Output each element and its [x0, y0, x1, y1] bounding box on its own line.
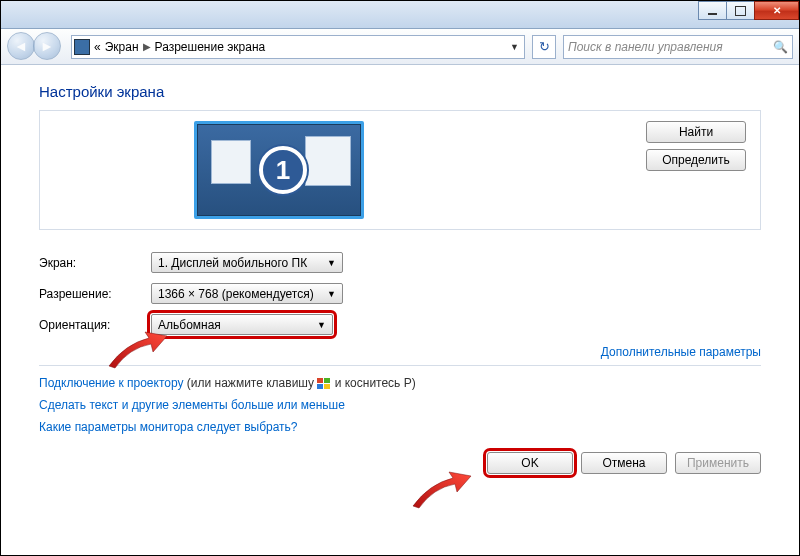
control-panel-icon	[74, 39, 90, 55]
refresh-button[interactable]: ↻	[532, 35, 556, 59]
nav-back-forward: ◄ ►	[7, 32, 67, 62]
textsize-line: Сделать текст и другие элементы больше и…	[39, 398, 761, 412]
chevron-down-icon: ▼	[327, 258, 336, 268]
advanced-params-link[interactable]: Дополнительные параметры	[601, 345, 761, 359]
minimize-button[interactable]	[698, 1, 727, 20]
monitor-number-badge: 1	[259, 146, 307, 194]
orientation-value: Альбомная	[158, 318, 221, 332]
navigation-bar: ◄ ► « Экран ▶ Разрешение экрана ▼ ↻ Поис…	[1, 29, 799, 65]
find-button[interactable]: Найти	[646, 121, 746, 143]
chevron-down-icon: ▼	[317, 320, 326, 330]
breadcrumb-item-display[interactable]: Экран	[105, 40, 139, 54]
window-titlebar: ✕	[1, 1, 799, 29]
display-value: 1. Дисплей мобильного ПК	[158, 256, 307, 270]
row-orientation: Ориентация: Альбомная ▼	[39, 314, 761, 335]
advanced-params-row: Дополнительные параметры	[39, 345, 761, 359]
row-resolution: Разрешение: 1366 × 768 (рекомендуется) ▼	[39, 283, 761, 304]
content-area: Настройки экрана 1 Найти Определить Экра…	[1, 65, 799, 486]
annotation-arrow-icon	[409, 470, 473, 510]
search-placeholder: Поиск в панели управления	[568, 40, 723, 54]
divider	[39, 365, 761, 366]
projector-link[interactable]: Подключение к проектору	[39, 376, 184, 390]
footer-buttons: OK Отмена Применить	[39, 452, 761, 474]
address-dropdown-icon[interactable]: ▼	[507, 42, 522, 52]
ok-button[interactable]: OK	[487, 452, 573, 474]
settings-form: Экран: 1. Дисплей мобильного ПК ▼ Разреш…	[39, 252, 761, 335]
resolution-combo[interactable]: 1366 × 768 (рекомендуется) ▼	[151, 283, 343, 304]
resolution-label: Разрешение:	[39, 287, 151, 301]
row-display: Экран: 1. Дисплей мобильного ПК ▼	[39, 252, 761, 273]
resolution-value: 1366 × 768 (рекомендуется)	[158, 287, 314, 301]
projector-text-b: и коснитесь P)	[331, 376, 415, 390]
orientation-combo[interactable]: Альбомная ▼	[151, 314, 333, 335]
breadcrumb-item-resolution[interactable]: Разрешение экрана	[155, 40, 266, 54]
chevron-right-icon: ▶	[143, 41, 151, 52]
preview-window-icon	[211, 140, 251, 184]
windows-key-icon	[317, 378, 331, 390]
search-input[interactable]: Поиск в панели управления 🔍	[563, 35, 793, 59]
monitor-preview[interactable]: 1	[194, 121, 364, 219]
projector-text-a: (или нажмите клавишу	[184, 376, 318, 390]
display-label: Экран:	[39, 256, 151, 270]
cancel-button[interactable]: Отмена	[581, 452, 667, 474]
monitor-preview-row: 1 Найти Определить	[39, 110, 761, 230]
chevron-down-icon: ▼	[327, 289, 336, 299]
page-title: Настройки экрана	[39, 83, 761, 100]
close-button[interactable]: ✕	[754, 1, 799, 20]
which-monitor-line: Какие параметры монитора следует выбрать…	[39, 420, 761, 434]
textsize-link[interactable]: Сделать текст и другие элементы больше и…	[39, 398, 345, 412]
preview-window-icon	[305, 136, 351, 186]
apply-button[interactable]: Применить	[675, 452, 761, 474]
search-icon: 🔍	[773, 40, 788, 54]
maximize-button[interactable]	[726, 1, 755, 20]
detect-button[interactable]: Определить	[646, 149, 746, 171]
address-bar[interactable]: « Экран ▶ Разрешение экрана ▼	[71, 35, 525, 59]
back-button[interactable]: ◄	[7, 32, 35, 60]
display-combo[interactable]: 1. Дисплей мобильного ПК ▼	[151, 252, 343, 273]
preview-side-buttons: Найти Определить	[646, 121, 746, 219]
which-monitor-link[interactable]: Какие параметры монитора следует выбрать…	[39, 420, 298, 434]
orientation-label: Ориентация:	[39, 318, 151, 332]
projector-line: Подключение к проектору (или нажмите кла…	[39, 376, 761, 390]
breadcrumb-prefix: «	[94, 40, 101, 54]
forward-button[interactable]: ►	[33, 32, 61, 60]
